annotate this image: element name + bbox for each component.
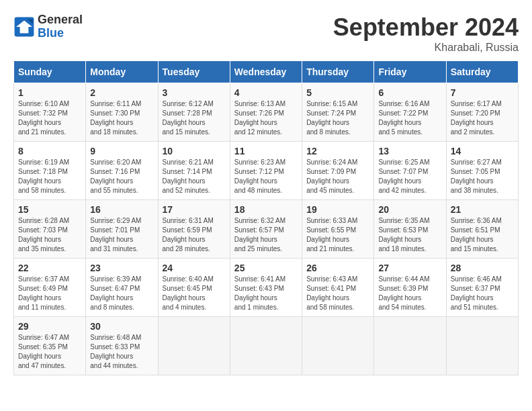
daylight-hours-label: Daylight hours [90,119,133,126]
calendar-cell: 28Sunrise: 6:46 AMSunset: 6:37 PMDayligh… [446,259,518,317]
day-info: Sunrise: 6:43 AMSunset: 6:41 PMDaylight … [306,275,369,312]
day-number: 3 [163,87,226,98]
location-subtitle: Kharabali, Russia [333,42,519,54]
header-wednesday: Wednesday [230,61,302,83]
daylight-and-minutes: and 42 minutes. [378,187,426,194]
calendar-cell [374,317,446,375]
day-info: Sunrise: 6:11 AMSunset: 7:30 PMDaylight … [90,99,153,137]
sunrise-info: Sunrise: 6:25 AM [378,158,429,166]
sunrise-info: Sunrise: 6:15 AM [306,100,357,107]
day-number: 6 [378,87,441,98]
daylight-and-minutes: and 8 minutes. [90,304,134,311]
daylight-hours-label: Daylight hours [90,236,133,243]
day-number: 24 [163,263,226,273]
daylight-and-minutes: and 21 minutes. [306,245,354,253]
day-info: Sunrise: 6:29 AMSunset: 7:01 PMDaylight … [90,216,153,254]
daylight-hours-label: Daylight hours [306,294,349,302]
sunset-info: Sunset: 6:37 PM [451,285,500,292]
calendar-cell: 13Sunrise: 6:25 AMSunset: 7:07 PMDayligh… [374,142,446,200]
sunset-info: Sunset: 7:32 PM [18,109,68,117]
daylight-hours-label: Daylight hours [234,236,277,243]
daylight-hours-label: Daylight hours [18,294,61,302]
sunset-info: Sunset: 7:12 PM [234,168,284,175]
daylight-and-minutes: and 55 minutes. [90,187,138,194]
calendar-cell [158,317,230,375]
sunrise-info: Sunrise: 6:48 AM [90,334,141,341]
calendar-cell: 27Sunrise: 6:44 AMSunset: 6:39 PMDayligh… [374,259,446,317]
sunrise-info: Sunrise: 6:28 AM [18,217,69,224]
daylight-and-minutes: and 18 minutes. [90,128,138,136]
header-monday: Monday [86,61,158,83]
daylight-and-minutes: and 58 minutes. [18,187,66,194]
calendar-cell: 22Sunrise: 6:37 AMSunset: 6:49 PMDayligh… [14,259,86,317]
daylight-hours-label: Daylight hours [90,353,133,360]
daylight-hours-label: Daylight hours [451,177,494,185]
day-number: 28 [451,263,514,273]
sunrise-info: Sunrise: 6:32 AM [234,217,285,224]
sunrise-info: Sunrise: 6:46 AM [451,275,502,283]
daylight-hours-label: Daylight hours [234,294,277,302]
day-info: Sunrise: 6:36 AMSunset: 6:51 PMDaylight … [451,216,514,254]
day-info: Sunrise: 6:44 AMSunset: 6:39 PMDaylight … [378,275,441,312]
sunset-info: Sunset: 6:45 PM [163,285,212,292]
calendar-cell: 7Sunrise: 6:17 AMSunset: 7:20 PMDaylight… [446,83,518,142]
calendar-cell: 12Sunrise: 6:24 AMSunset: 7:09 PMDayligh… [302,142,374,200]
calendar-cell: 11Sunrise: 6:23 AMSunset: 7:12 PMDayligh… [230,142,302,200]
daylight-and-minutes: and 31 minutes. [90,245,138,253]
sunset-info: Sunset: 7:18 PM [18,168,68,175]
calendar-week-row: 15Sunrise: 6:28 AMSunset: 7:03 PMDayligh… [14,200,519,259]
day-info: Sunrise: 6:33 AMSunset: 6:55 PMDaylight … [306,216,369,254]
calendar-cell: 20Sunrise: 6:35 AMSunset: 6:53 PMDayligh… [374,200,446,259]
title-section: September 2024 Kharabali, Russia [333,13,519,54]
sunset-info: Sunset: 7:26 PM [234,109,284,117]
logo-text: General Blue [38,13,83,40]
day-number: 30 [90,321,153,332]
daylight-hours-label: Daylight hours [234,119,277,126]
daylight-and-minutes: and 54 minutes. [378,304,426,311]
daylight-and-minutes: and 8 minutes. [306,128,351,136]
calendar-cell: 19Sunrise: 6:33 AMSunset: 6:55 PMDayligh… [302,200,374,259]
sunrise-info: Sunrise: 6:43 AM [306,275,357,283]
calendar-cell: 3Sunrise: 6:12 AMSunset: 7:28 PMDaylight… [158,83,230,142]
daylight-and-minutes: and 21 minutes. [18,128,66,136]
day-info: Sunrise: 6:35 AMSunset: 6:53 PMDaylight … [378,216,441,254]
sunrise-info: Sunrise: 6:31 AM [163,217,214,224]
daylight-and-minutes: and 28 minutes. [163,245,210,253]
daylight-and-minutes: and 58 minutes. [306,304,354,311]
daylight-and-minutes: and 44 minutes. [90,362,138,369]
sunset-info: Sunset: 6:55 PM [306,226,356,234]
sunrise-info: Sunrise: 6:21 AM [163,158,214,166]
daylight-hours-label: Daylight hours [451,294,494,302]
daylight-and-minutes: and 11 minutes. [18,304,66,311]
day-info: Sunrise: 6:13 AMSunset: 7:26 PMDaylight … [234,99,298,137]
daylight-and-minutes: and 45 minutes. [306,187,354,194]
calendar-cell: 18Sunrise: 6:32 AMSunset: 6:57 PMDayligh… [230,200,302,259]
logo-icon [13,16,35,38]
daylight-hours-label: Daylight hours [378,294,421,302]
day-info: Sunrise: 6:40 AMSunset: 6:45 PMDaylight … [163,275,226,312]
calendar-cell: 10Sunrise: 6:21 AMSunset: 7:14 PMDayligh… [158,142,230,200]
day-info: Sunrise: 6:25 AMSunset: 7:07 PMDaylight … [378,158,441,195]
header-friday: Friday [374,61,446,83]
calendar-cell [302,317,374,375]
calendar-cell: 6Sunrise: 6:16 AMSunset: 7:22 PMDaylight… [374,83,446,142]
calendar-table: Sunday Monday Tuesday Wednesday Thursday… [13,60,519,375]
daylight-hours-label: Daylight hours [163,119,206,126]
day-number: 12 [306,146,369,156]
calendar-cell: 5Sunrise: 6:15 AMSunset: 7:24 PMDaylight… [302,83,374,142]
calendar-week-row: 8Sunrise: 6:19 AMSunset: 7:18 PMDaylight… [14,142,519,200]
day-info: Sunrise: 6:48 AMSunset: 6:33 PMDaylight … [90,333,153,371]
daylight-hours-label: Daylight hours [306,236,349,243]
sunset-info: Sunset: 7:14 PM [163,168,212,175]
sunset-info: Sunset: 6:41 PM [306,285,356,292]
day-info: Sunrise: 6:46 AMSunset: 6:37 PMDaylight … [451,275,514,312]
daylight-and-minutes: and 38 minutes. [451,187,498,194]
sunset-info: Sunset: 6:39 PM [378,285,428,292]
sunrise-info: Sunrise: 6:44 AM [378,275,429,283]
sunrise-info: Sunrise: 6:11 AM [90,100,141,107]
day-info: Sunrise: 6:41 AMSunset: 6:43 PMDaylight … [234,275,298,312]
calendar-cell: 24Sunrise: 6:40 AMSunset: 6:45 PMDayligh… [158,259,230,317]
sunset-info: Sunset: 6:59 PM [163,226,212,234]
daylight-and-minutes: and 18 minutes. [378,245,426,253]
calendar-cell: 9Sunrise: 6:20 AMSunset: 7:16 PMDaylight… [86,142,158,200]
